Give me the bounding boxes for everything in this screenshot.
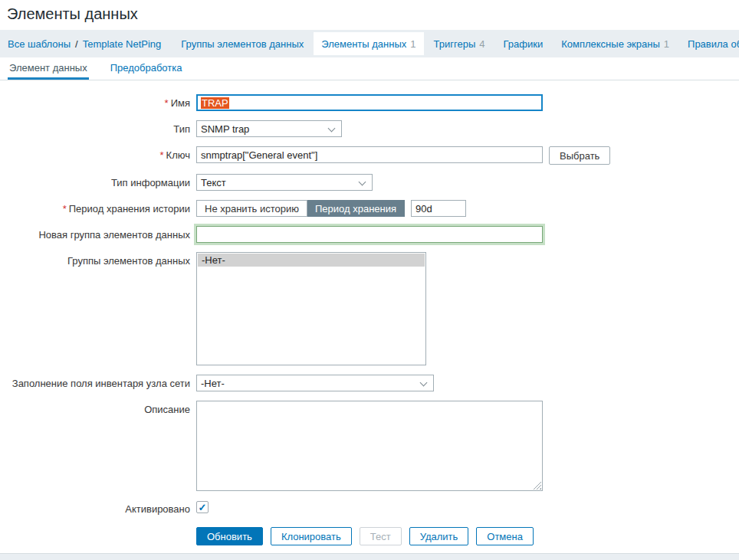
tab-screens[interactable]: Комплексные экраны 1 [553,30,678,57]
new-group-label: Новая группа элементов данных [0,226,190,241]
groups-label: Группы элементов данных [0,252,190,267]
row-type: Тип SNMP trap [0,120,739,137]
chevron-down-icon [328,125,336,133]
type-select-value: SNMP trap [201,123,249,135]
row-inventory: Заполнение поля инвентаря узла сети -Нет… [0,375,739,391]
name-input[interactable]: TRAP [196,94,543,111]
breadcrumb-all-templates-link[interactable]: Все шаблоны [8,38,71,50]
tab-items[interactable]: Элементы данных 1 [314,32,423,55]
key-select-button[interactable]: Выбрать [549,146,610,165]
row-name: *Имя TRAP [0,94,739,111]
tab-label: Графики [504,38,544,50]
update-button[interactable]: Обновить [196,527,263,545]
enabled-checkbox[interactable]: ✓ [196,501,209,513]
history-period-input[interactable] [411,200,466,217]
row-info-type: Тип информации Текст [0,174,739,191]
inventory-select[interactable]: -Нет- [196,375,434,391]
info-type-select-value: Текст [201,177,226,188]
row-description: Описание [0,401,739,491]
template-nav-bar: Все шаблоны / Template NetPing Группы эл… [0,30,739,57]
row-new-group: Новая группа элементов данных [0,226,739,243]
description-textarea[interactable] [196,401,543,491]
inventory-label: Заполнение поля инвентаря узла сети [0,375,190,389]
tab-label: Группы элементов данных [181,38,304,50]
tab-count: 1 [664,38,669,50]
history-label: Период хранения истории [69,203,190,215]
breadcrumb-separator: / [75,38,78,50]
row-groups: Группы элементов данных -Нет- [0,252,739,365]
key-input[interactable] [196,146,543,163]
item-form: *Имя TRAP Тип SNMP trap *Ключ [0,80,739,545]
subtab-item[interactable]: Элемент данных [8,57,89,80]
type-select[interactable]: SNMP trap [196,120,342,137]
tab-label: Комплексные экраны [561,38,660,50]
form-actions: Обновить Клонировать Тест Удалить Отмена [196,527,739,545]
required-marker: * [165,97,169,109]
name-label: Имя [171,97,190,109]
history-period-option[interactable]: Период хранения [307,200,405,217]
footer-strip [0,553,739,560]
delete-button[interactable]: Удалить [409,527,469,545]
new-group-input[interactable] [196,226,543,243]
row-key: *Ключ Выбрать [0,146,739,165]
tab-count: 1 [410,38,415,50]
info-type-label: Тип информации [0,174,190,188]
info-type-select[interactable]: Текст [196,174,373,191]
breadcrumb: Все шаблоны / Template NetPing [8,30,161,57]
form-tab-bar: Элемент данных Предобработка [0,57,739,80]
tab-item-groups[interactable]: Группы элементов данных [172,30,312,57]
type-label: Тип [0,120,190,135]
page-title: Элементы данных [0,0,739,30]
description-label: Описание [0,401,190,415]
row-history: *Период хранения истории Не хранить исто… [0,200,739,217]
tab-triggers[interactable]: Триггеры 4 [425,30,494,57]
enabled-label: Активировано [0,500,190,515]
groups-listbox[interactable]: -Нет- [196,252,426,365]
history-no-store-option[interactable]: Не хранить историю [196,200,307,217]
test-button[interactable]: Тест [360,527,402,545]
cancel-button[interactable]: Отмена [476,527,534,545]
tab-label: Правила обнаружения [688,38,739,50]
required-marker: * [160,149,164,161]
inventory-select-value: -Нет- [201,378,225,389]
tab-label: Элементы данных [321,38,406,50]
breadcrumb-template-link[interactable]: Template NetPing [83,38,162,50]
key-label: Ключ [166,149,190,161]
chevron-down-icon [420,379,428,387]
history-mode-segmented: Не хранить историю Период хранения [196,200,405,217]
tab-discovery-rules[interactable]: Правила обнаружения 11 [679,30,739,57]
chevron-down-icon [359,178,366,186]
tab-label: Триггеры [434,38,476,50]
name-input-selected-text: TRAP [201,97,229,109]
required-marker: * [63,203,67,215]
item-edit-page: Элементы данных Все шаблоны / Template N… [0,0,739,560]
subtab-preprocessing[interactable]: Предобработка [109,57,184,80]
clone-button[interactable]: Клонировать [271,527,352,545]
tab-count: 4 [479,38,484,50]
tab-graphs[interactable]: Графики [495,30,552,57]
check-icon: ✓ [199,503,207,513]
list-item[interactable]: -Нет- [198,254,425,267]
row-enabled: Активировано ✓ [0,500,739,515]
